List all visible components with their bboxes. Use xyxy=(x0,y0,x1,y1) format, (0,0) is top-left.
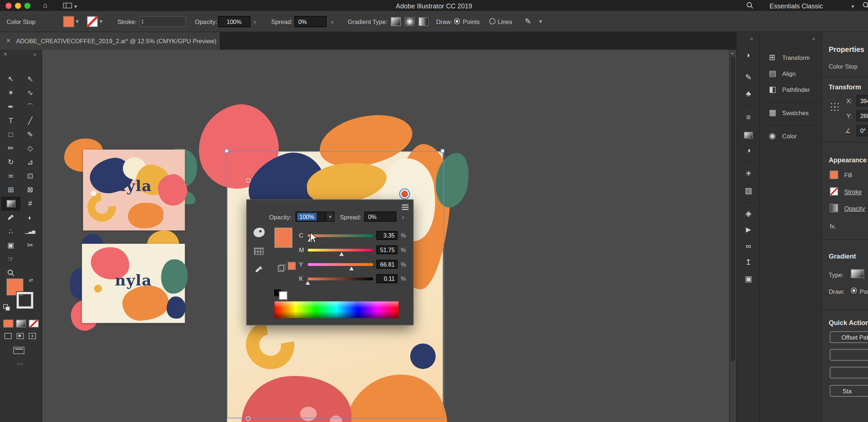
panel-menu-icon[interactable] xyxy=(402,204,409,206)
gradient-type-chip[interactable] xyxy=(851,269,864,278)
blend-tool[interactable]: ◐ xyxy=(20,211,40,224)
direct-selection-tool[interactable]: ⇖ xyxy=(20,72,40,86)
panel-button-pathfinder[interactable]: ◧ Pathfinder xyxy=(760,83,822,98)
mesh-tool[interactable]: # xyxy=(20,197,40,211)
free-transform-tool[interactable]: ⊡ xyxy=(20,169,40,183)
popup-opacity-caret[interactable]: ▾ xyxy=(326,212,335,222)
graphic-styles-panel-icon[interactable]: ▨ xyxy=(737,187,760,194)
stroke-panel-icon[interactable]: ≡ xyxy=(737,113,760,121)
yellow-value-field[interactable]: 66.81 xyxy=(376,260,397,268)
offset-path-button[interactable]: Offset Path xyxy=(830,331,868,343)
transparency-panel-icon[interactable]: ◑ xyxy=(737,146,760,154)
perspective-grid-tool[interactable]: ⊠ xyxy=(20,183,40,196)
radial-gradient-chip[interactable] xyxy=(405,17,414,26)
gradient-panel-icon[interactable] xyxy=(744,132,753,138)
strip-expand-icon[interactable]: « xyxy=(750,36,753,42)
card2-title[interactable]: nyla xyxy=(107,271,159,288)
curvature-tool[interactable]: ⌒ xyxy=(20,100,40,114)
magenta-slider-track[interactable] xyxy=(308,248,373,251)
draw-lines-radio[interactable] xyxy=(490,18,496,24)
search-icon[interactable] xyxy=(746,2,753,9)
draw-behind-mode-icon[interactable] xyxy=(17,333,24,339)
more-tools-icon[interactable]: ⋯ xyxy=(17,360,23,368)
document-tab[interactable]: ✕ ADOBE_CREATIVECOFFEE_2019_2.ai* @ 12.5… xyxy=(0,32,220,50)
color-mode-gradient-button[interactable] xyxy=(16,320,26,327)
workspace-caret-icon[interactable]: ▾ xyxy=(851,3,854,9)
slice-tool[interactable]: ✂ xyxy=(20,238,40,252)
draw-points-label[interactable]: Points xyxy=(463,18,480,25)
selection-handle-top-right[interactable] xyxy=(441,149,445,153)
opacity-field[interactable]: 100% xyxy=(218,16,250,27)
magenta-value-field[interactable]: 51.75 xyxy=(376,246,397,254)
panel-button-swatches[interactable]: ▦ Swatches xyxy=(760,106,822,121)
canvas[interactable]: nyla nyla Opacity: 100% ▾ Spread: 0% › xyxy=(42,50,736,422)
swap-fill-stroke-icon[interactable]: ⇄ xyxy=(29,277,33,283)
black-slider-track[interactable] xyxy=(308,277,373,280)
panel-button-align[interactable]: ▤ Align xyxy=(760,67,822,82)
pen-tool[interactable]: ✒ xyxy=(1,100,20,114)
scale-tool[interactable]: ⊿ xyxy=(20,155,40,169)
scroll-up-icon[interactable]: ▴ xyxy=(731,51,733,55)
card1-white-dot[interactable] xyxy=(91,191,96,196)
workspace-selector[interactable]: Essentials Classic xyxy=(769,2,823,10)
magenta-slider-handle[interactable] xyxy=(339,252,344,256)
stroke-label[interactable]: Stroke xyxy=(844,188,862,195)
fill-row[interactable]: Fill xyxy=(822,170,868,182)
layers-panel-icon[interactable]: ◈ xyxy=(737,210,760,217)
rectangle-tool[interactable]: □ xyxy=(1,127,20,141)
rotate-tool[interactable]: ↻ xyxy=(1,155,20,169)
card1-orange-blob[interactable] xyxy=(128,203,163,228)
selection-handle-top-left[interactable] xyxy=(225,149,229,153)
stroke-row[interactable]: Stroke xyxy=(822,186,868,199)
yellow-slider-handle[interactable] xyxy=(349,266,353,270)
freeform-gradient-chip[interactable] xyxy=(418,17,428,26)
swatches-grid-icon[interactable] xyxy=(254,248,263,255)
stroke-color-swatch[interactable] xyxy=(87,16,98,27)
eyedropper-tool[interactable] xyxy=(1,211,20,224)
card2-navy-blob[interactable] xyxy=(167,296,185,318)
magic-wand-tool[interactable]: ✶ xyxy=(1,86,20,100)
lasso-tool[interactable]: ∿ xyxy=(20,86,40,100)
white-quick-swatch[interactable] xyxy=(279,291,287,300)
draw-points-radio[interactable] xyxy=(454,18,460,24)
props-draw-value[interactable]: Points xyxy=(860,288,868,295)
paintbrush-tool[interactable]: ✎ xyxy=(20,127,40,141)
appearance-panel-icon[interactable]: ☀ xyxy=(737,170,760,177)
fill-caret-icon[interactable]: ▾ xyxy=(76,18,79,24)
opacity-row[interactable]: Opacity xyxy=(822,203,868,215)
gradient-tool[interactable] xyxy=(1,197,20,211)
shape-builder-tool[interactable]: ⊞ xyxy=(1,183,20,196)
current-color-swatch[interactable] xyxy=(275,228,292,248)
fill-swatch[interactable] xyxy=(830,171,838,179)
screen-mode-icon[interactable] xyxy=(13,347,25,354)
y-value-field[interactable]: 260 xyxy=(856,110,868,122)
start-global-edit-button[interactable]: Sta xyxy=(830,385,868,397)
stroke-stepper-icon[interactable]: ▴▾ xyxy=(140,19,145,24)
gamut-color-swatch[interactable] xyxy=(288,262,295,270)
card2-gold-dot[interactable] xyxy=(94,285,102,292)
card1-title[interactable]: nyla xyxy=(107,177,159,194)
width-tool[interactable]: ≍ xyxy=(1,169,20,183)
line-segment-tool[interactable]: ╱ xyxy=(20,114,40,127)
labeled-strip-expand-icon[interactable]: « xyxy=(812,36,815,42)
color-mode-fill-button[interactable] xyxy=(3,320,13,327)
pencil-tool[interactable]: ✏ xyxy=(1,141,20,155)
color-mixer-icon[interactable] xyxy=(254,228,265,237)
artboard-tool[interactable]: ▣ xyxy=(1,238,20,252)
zoom-tool[interactable] xyxy=(1,266,20,280)
shape-navy-circle[interactable] xyxy=(410,344,435,369)
tab-close-icon[interactable]: ✕ xyxy=(6,38,11,44)
opacity-label[interactable]: Opacity xyxy=(844,205,865,211)
reference-point-locator[interactable] xyxy=(831,103,840,112)
angle-value-field[interactable]: 0° xyxy=(856,125,868,137)
asset-export-panel-icon[interactable]: ↥ xyxy=(737,258,760,266)
cyan-value-field[interactable]: 3.35 xyxy=(376,231,397,240)
panel-button-color[interactable]: ◉ Color xyxy=(760,130,822,144)
artboards-panel-icon[interactable]: ▣ xyxy=(737,275,760,283)
popup-opacity-field[interactable]: 100% xyxy=(296,212,326,222)
color-mode-none-button[interactable] xyxy=(29,320,38,327)
popup-spread-chevron-icon[interactable]: › xyxy=(402,213,404,221)
tools-collapse-icon[interactable]: » xyxy=(33,51,36,57)
brush-caret-icon[interactable]: ▾ xyxy=(539,18,542,24)
x-value-field[interactable]: 394 xyxy=(856,95,868,106)
